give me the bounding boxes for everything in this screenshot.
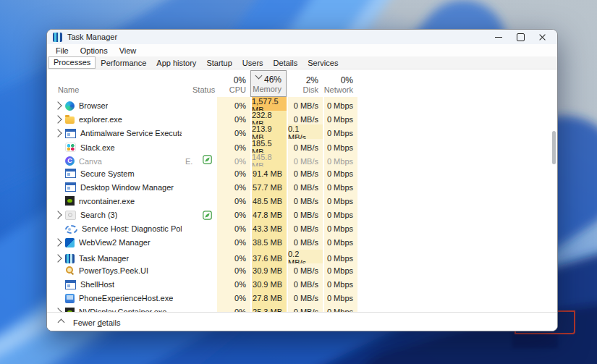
process-row[interactable]: Search (3) 0% 47.8 MB 0 MB/s 0 Mbps bbox=[47, 208, 557, 222]
process-row[interactable]: PowerToys.Peek.UI 0% 30.9 MB 0 MB/s 0 Mb… bbox=[47, 263, 557, 277]
disk-cell: 0 MB/s bbox=[287, 166, 323, 180]
desktop: { "window": { "title": "Task Manager", "… bbox=[0, 0, 597, 364]
process-row[interactable]: PhoneExperienceHost.exe 0% 27.8 MB 0 MB/… bbox=[47, 292, 557, 305]
fewer-details-toggle[interactable]: Fewer details bbox=[73, 318, 120, 327]
column-header-network[interactable]: 0% Network bbox=[323, 69, 357, 97]
cpu-cell: 0% bbox=[216, 222, 250, 236]
process-row[interactable]: nvcontainer.exe 0% 48.5 MB 0 MB/s 0 Mbps bbox=[47, 194, 557, 208]
vertical-scrollbar-thumb[interactable] bbox=[552, 131, 556, 164]
process-row[interactable]: NVDisplay.Container.exe 0% 25.3 MB 0 MB/… bbox=[47, 305, 557, 312]
tab-processes[interactable]: Processes bbox=[48, 56, 96, 69]
process-row[interactable]: Task Manager 0% 37.6 MB 0.2 MB/s 0 Mbps bbox=[47, 250, 557, 263]
tab-performance[interactable]: Performance bbox=[96, 57, 151, 69]
footer-bar: Fewer details bbox=[47, 312, 557, 331]
process-rows: Browser 0% 1,577.5 MB 0 MB/s 0 Mbps expl… bbox=[47, 97, 557, 312]
tab-users[interactable]: Users bbox=[237, 57, 268, 69]
process-row[interactable]: Desktop Window Manager 0% 57.7 MB 0 MB/s… bbox=[47, 180, 557, 194]
column-header-disk[interactable]: 2% Disk bbox=[287, 69, 323, 97]
expand-chevron-icon[interactable] bbox=[54, 211, 62, 219]
memory-total-usage: 46% bbox=[264, 75, 281, 85]
column-header-name[interactable]: Name bbox=[47, 69, 182, 97]
tab-app-history[interactable]: App history bbox=[151, 57, 201, 69]
expand-chevron-icon[interactable] bbox=[54, 101, 62, 109]
webview2-icon bbox=[65, 238, 75, 247]
menu-view[interactable]: View bbox=[114, 46, 143, 55]
process-status-cell bbox=[182, 305, 216, 312]
menu-options[interactable]: Options bbox=[75, 46, 114, 55]
edge-browser-icon bbox=[65, 101, 75, 111]
network-cell: 0 Mbps bbox=[323, 208, 357, 222]
process-status-cell bbox=[182, 194, 216, 208]
memory-cell: 38.5 MB bbox=[250, 236, 287, 250]
process-name: nvcontainer.exe bbox=[79, 197, 135, 206]
search-icon bbox=[65, 211, 76, 220]
folder-icon bbox=[65, 117, 75, 124]
tab-services[interactable]: Services bbox=[302, 57, 343, 69]
process-name: PowerToys.Peek.UI bbox=[79, 266, 148, 275]
title-bar[interactable]: Task Manager bbox=[47, 30, 557, 44]
expand-chevron-icon[interactable] bbox=[54, 254, 62, 262]
status-text: E. bbox=[185, 157, 192, 166]
process-row[interactable]: Antimalware Service Executable 0% 213.9 … bbox=[47, 124, 557, 138]
column-header-memory[interactable]: 46% Memory bbox=[250, 70, 287, 97]
process-table: Name Status 0% CPU 46% Memory 2% Disk 0%… bbox=[47, 69, 557, 312]
slack-icon bbox=[65, 143, 76, 152]
window-title: Task Manager bbox=[67, 33, 488, 41]
process-name: Secure System bbox=[80, 169, 135, 178]
minimize-button[interactable] bbox=[488, 30, 509, 43]
process-status-cell bbox=[182, 263, 216, 277]
disk-cell: 0 MB/s bbox=[287, 180, 323, 194]
expand-chevron-icon[interactable] bbox=[54, 239, 62, 247]
cpu-cell: 0% bbox=[216, 277, 250, 291]
process-row[interactable]: Browser 0% 1,577.5 MB 0 MB/s 0 Mbps bbox=[47, 97, 557, 111]
tab-startup[interactable]: Startup bbox=[201, 57, 237, 69]
task-manager-icon bbox=[65, 254, 75, 263]
process-name: Task Manager bbox=[79, 254, 129, 263]
network-cell: 0 Mbps bbox=[323, 277, 357, 291]
nvidia-icon bbox=[65, 196, 75, 206]
process-row[interactable]: Canva E. 0% 145.8 MB 0 MB/s 0 Mbps bbox=[47, 153, 557, 166]
disk-cell: 0 MB/s bbox=[287, 292, 323, 305]
expand-chevron-icon[interactable] bbox=[54, 308, 62, 312]
disk-cell: 0 MB/s bbox=[287, 236, 323, 250]
column-header-cpu[interactable]: 0% CPU bbox=[216, 69, 250, 97]
tab-strip: Processes Performance App history Startu… bbox=[47, 56, 557, 69]
network-cell: 0 Mbps bbox=[323, 194, 357, 208]
disk-cell: 0 MB/s bbox=[287, 277, 323, 291]
task-manager-window: Task Manager File Options View Processes… bbox=[46, 29, 558, 331]
tab-details[interactable]: Details bbox=[268, 57, 303, 69]
menu-file[interactable]: File bbox=[50, 46, 75, 55]
process-row[interactable]: Slack.exe 0% 185.5 MB 0 MB/s 0 Mbps bbox=[47, 139, 557, 153]
expand-chevron-icon[interactable] bbox=[54, 116, 62, 124]
network-cell: 0 Mbps bbox=[323, 222, 357, 236]
disk-total-usage: 2% bbox=[306, 75, 318, 85]
network-cell: 0 Mbps bbox=[323, 305, 357, 312]
process-name: explorer.exe bbox=[79, 115, 122, 124]
process-row[interactable]: Secure System 0% 91.4 MB 0 MB/s 0 Mbps bbox=[47, 166, 557, 180]
maximize-button[interactable] bbox=[509, 30, 531, 43]
table-header: Name Status 0% CPU 46% Memory 2% Disk 0%… bbox=[47, 69, 557, 97]
network-cell: 0 Mbps bbox=[323, 292, 357, 305]
process-name: WebView2 Manager bbox=[79, 238, 151, 247]
process-name-cell: Search (3) bbox=[47, 208, 182, 222]
network-cell: 0 Mbps bbox=[323, 263, 357, 277]
network-cell: 0 Mbps bbox=[323, 166, 357, 180]
column-header-status[interactable]: Status bbox=[182, 69, 216, 97]
process-name-cell: Secure System bbox=[47, 166, 182, 180]
process-row[interactable]: explorer.exe 0% 232.8 MB 0 MB/s 0 Mbps bbox=[47, 111, 557, 124]
disk-cell: 0 MB/s bbox=[287, 208, 323, 222]
process-row[interactable]: Service Host: Diagnostic Policy Service … bbox=[47, 222, 557, 236]
menu-bar: File Options View bbox=[47, 44, 557, 56]
process-name-cell: PhoneExperienceHost.exe bbox=[47, 292, 182, 305]
close-button[interactable] bbox=[531, 30, 553, 43]
process-status-cell bbox=[182, 222, 216, 236]
cpu-total-usage: 0% bbox=[234, 75, 246, 85]
disk-cell: 0 MB/s bbox=[287, 305, 323, 312]
expand-chevron-icon[interactable] bbox=[54, 130, 62, 137]
process-row[interactable]: ShellHost 0% 30.9 MB 0 MB/s 0 Mbps bbox=[47, 277, 557, 291]
leaf-icon bbox=[203, 155, 212, 166]
process-name: Search (3) bbox=[80, 211, 117, 219]
process-status-cell bbox=[182, 208, 216, 222]
process-row[interactable]: WebView2 Manager 0% 38.5 MB 0 MB/s 0 Mbp… bbox=[47, 236, 557, 250]
disk-cell: 0 MB/s bbox=[287, 194, 323, 208]
